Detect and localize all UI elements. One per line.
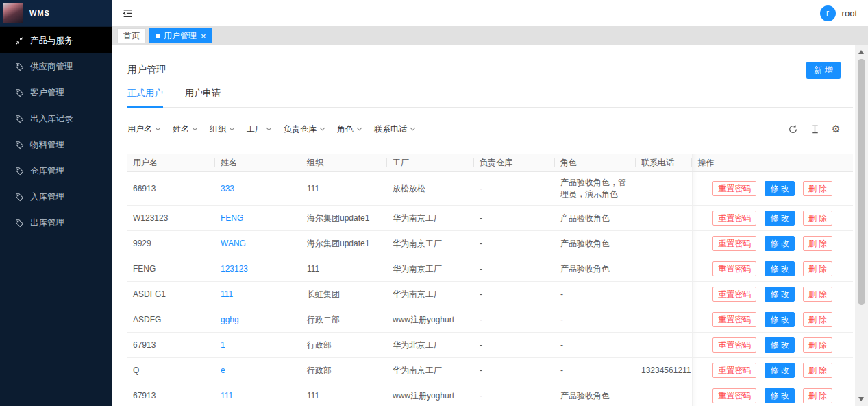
sidebar-item-0[interactable]: 产品与服务 (0, 27, 112, 53)
reset-password-button[interactable]: 重置密码 (712, 261, 756, 276)
reset-password-button[interactable]: 重置密码 (712, 287, 756, 302)
user-name-link[interactable]: gghg (221, 315, 239, 324)
main-area: r root 首页用户管理× 用户管理 新 增 正式用户用户申请 用户名姓名组织… (112, 0, 868, 406)
user-name-link[interactable]: e (221, 366, 225, 375)
cell-warehouse: - (474, 383, 555, 406)
edit-button[interactable]: 修 改 (765, 181, 794, 196)
cell-actions: 重置密码修 改删 除 (692, 256, 853, 282)
delete-button[interactable]: 删 除 (803, 181, 832, 196)
filter-dropdown-3[interactable]: 工厂 (247, 123, 272, 135)
column-height-icon[interactable] (810, 124, 820, 134)
user-name-link[interactable]: FENG (221, 213, 243, 223)
nav-tab-0[interactable]: 首页 (117, 28, 146, 43)
delete-button[interactable]: 删 除 (803, 363, 832, 378)
page-head: 用户管理 新 增 (127, 62, 853, 79)
column-header-7: 操作 (692, 154, 853, 172)
cell-phone (636, 256, 692, 282)
app-window: WMS 产品与服务供应商管理客户管理出入库记录物料管理仓库管理入库管理出库管理 … (0, 0, 868, 406)
cell-org: 长虹集团 (301, 282, 387, 307)
delete-button[interactable]: 删 除 (803, 337, 832, 353)
cell-warehouse: - (474, 282, 555, 307)
reset-password-button[interactable]: 重置密码 (712, 181, 756, 196)
delete-button[interactable]: 删 除 (803, 388, 832, 403)
tag-icon (15, 115, 24, 123)
user-name-link[interactable]: 1 (221, 340, 225, 350)
cell-phone: 13234561211 (636, 358, 692, 383)
cell-phone (636, 231, 692, 256)
scroll-up-icon[interactable] (858, 50, 864, 54)
reset-password-button[interactable]: 重置密码 (712, 312, 756, 327)
reset-password-button[interactable]: 重置密码 (712, 337, 756, 353)
close-icon[interactable]: × (201, 32, 206, 40)
chevron-down-icon (155, 127, 161, 131)
nav-tab-1[interactable]: 用户管理× (149, 28, 212, 43)
content-tab-0[interactable]: 正式用户 (127, 87, 163, 107)
content-tab-1[interactable]: 用户申请 (185, 87, 221, 107)
cell-role: 产品验收角色 (555, 206, 636, 231)
sidebar-item-3[interactable]: 出入库记录 (0, 106, 112, 132)
sidebar-item-6[interactable]: 入库管理 (0, 184, 112, 210)
edit-button[interactable]: 修 改 (765, 236, 794, 251)
filter-label: 负责仓库 (284, 123, 317, 135)
filter-dropdown-6[interactable]: 联系电话 (374, 123, 416, 135)
edit-button[interactable]: 修 改 (765, 287, 794, 302)
edit-button[interactable]: 修 改 (765, 312, 794, 327)
delete-button[interactable]: 删 除 (803, 287, 832, 302)
filter-dropdown-5[interactable]: 角色 (337, 123, 362, 135)
cell-actions: 重置密码修 改删 除 (692, 231, 853, 256)
delete-button[interactable]: 删 除 (803, 211, 832, 226)
reset-password-button[interactable]: 重置密码 (712, 388, 756, 403)
cell-org: 111 (301, 172, 387, 206)
cell-org: 行政部 (301, 358, 387, 383)
sidebar-item-4[interactable]: 物料管理 (0, 132, 112, 158)
filter-dropdown-0[interactable]: 用户名 (127, 123, 161, 135)
filter-dropdown-1[interactable]: 姓名 (173, 123, 198, 135)
edit-button[interactable]: 修 改 (765, 211, 794, 226)
filter-label: 姓名 (173, 123, 189, 135)
user-name-link[interactable]: 111 (221, 289, 233, 299)
sidebar-item-5[interactable]: 仓库管理 (0, 158, 112, 184)
edit-button[interactable]: 修 改 (765, 388, 794, 403)
scroll-down-icon[interactable] (858, 397, 864, 401)
sidebar-item-label: 入库管理 (30, 191, 64, 203)
vertical-scrollbar[interactable] (855, 45, 868, 406)
filter-label: 联系电话 (374, 123, 407, 135)
delete-button[interactable]: 删 除 (803, 312, 832, 327)
user-name-link[interactable]: 123123 (221, 264, 248, 274)
menu-fold-icon[interactable] (122, 8, 134, 19)
add-button[interactable]: 新 增 (806, 62, 841, 79)
user-name-link[interactable]: WANG (221, 239, 246, 248)
filter-dropdown-4[interactable]: 负责仓库 (284, 123, 325, 135)
cell-warehouse: - (474, 358, 555, 383)
edit-button[interactable]: 修 改 (765, 337, 794, 353)
user-name: root (842, 8, 857, 19)
reset-password-button[interactable]: 重置密码 (712, 363, 756, 378)
sidebar-item-2[interactable]: 客户管理 (0, 80, 112, 106)
cell-actions: 重置密码修 改删 除 (692, 282, 853, 307)
filter-label: 用户名 (127, 123, 152, 135)
column-header-0: 用户名 (127, 154, 215, 172)
cell-actions: 重置密码修 改删 除 (692, 307, 853, 333)
user-name-link[interactable]: 111 (221, 391, 233, 401)
delete-button[interactable]: 删 除 (803, 261, 832, 276)
table-row: 9929WANG海尔集团update1华为南京工厂-产品验收角色重置密码修 改删… (127, 231, 853, 256)
refresh-icon[interactable] (788, 124, 798, 134)
edit-button[interactable]: 修 改 (765, 363, 794, 378)
cell-phone (636, 383, 692, 406)
user-menu[interactable]: r root (820, 5, 857, 21)
sidebar-item-label: 供应商管理 (30, 61, 73, 73)
table-row: 66913333111放松放松-产品验收角色，管理员，演示角色重置密码修 改删 … (127, 172, 853, 206)
scrollbar-thumb[interactable] (858, 59, 865, 304)
delete-button[interactable]: 删 除 (803, 236, 832, 251)
sidebar-item-7[interactable]: 出库管理 (0, 210, 112, 236)
edit-button[interactable]: 修 改 (765, 261, 794, 276)
reset-password-button[interactable]: 重置密码 (712, 236, 756, 251)
cell-factory: 华为南京工厂 (387, 256, 474, 282)
filter-items: 用户名姓名组织工厂负责仓库角色联系电话 (127, 123, 427, 135)
filter-dropdown-2[interactable]: 组织 (210, 123, 235, 135)
cell-phone (636, 282, 692, 307)
cell-username: 67913 (127, 333, 215, 358)
reset-password-button[interactable]: 重置密码 (712, 211, 756, 226)
sidebar-item-1[interactable]: 供应商管理 (0, 53, 112, 80)
user-name-link[interactable]: 333 (221, 184, 234, 193)
